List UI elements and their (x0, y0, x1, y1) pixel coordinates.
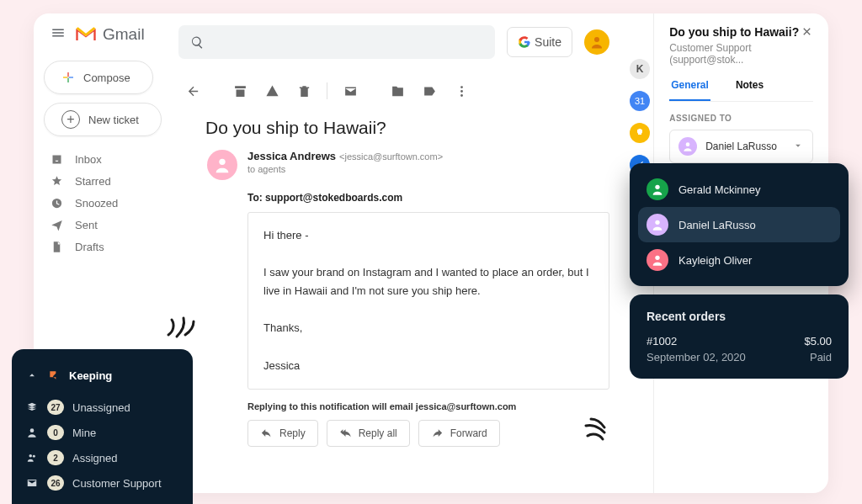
decorative-squiggle (165, 315, 199, 340)
search-input[interactable] (178, 25, 495, 59)
recent-orders-card: Recent orders #1002$5.00 September 02, 2… (630, 294, 849, 379)
assignee-dropdown-popup: Gerald Mckinney Daniel LaRusso Kayleigh … (630, 163, 849, 286)
assignee-option-selected[interactable]: Daniel LaRusso (638, 207, 840, 242)
nav-snoozed[interactable]: Snoozed (44, 192, 162, 214)
app-name: Gmail (103, 25, 145, 44)
reply-note: Replying to this notification will email… (247, 401, 609, 411)
panel-title: Do you ship to Hawaii? (669, 25, 799, 39)
calendar-chip-icon[interactable]: 31 (630, 91, 650, 111)
decorative-squiggle (583, 417, 616, 443)
archive-icon[interactable] (226, 77, 254, 105)
chevron-up-icon (25, 369, 39, 382)
unread-icon[interactable] (336, 77, 364, 105)
orders-title: Recent orders (646, 310, 832, 323)
assigned-to-header: ASSIGNED TO (669, 114, 813, 123)
close-icon[interactable] (801, 25, 813, 40)
svg-point-1 (460, 86, 463, 88)
nav-drafts[interactable]: Drafts (44, 236, 162, 257)
people-icon (25, 451, 39, 464)
email-body: Hi there - I saw your brand on Instagram… (247, 212, 609, 390)
svg-point-9 (30, 428, 35, 432)
delete-icon[interactable] (290, 77, 318, 105)
recipients-line: to agents (247, 164, 443, 174)
nav-sent[interactable]: Sent (44, 214, 162, 236)
keeping-sidebar-card: Keeping 27Unassigned 0Mine 2Assigned 26C… (12, 349, 193, 504)
to-line: To: support@stokedboards.com (247, 192, 609, 204)
tab-general[interactable]: General (669, 79, 710, 101)
keeping-assigned[interactable]: 2Assigned (25, 445, 179, 470)
gmail-logo: Gmail (74, 25, 145, 44)
keeping-toggle[interactable]: Keeping (25, 363, 179, 388)
nav-inbox[interactable]: Inbox (44, 148, 162, 170)
new-ticket-button[interactable]: + New ticket (44, 103, 162, 136)
order-amount: $5.00 (804, 335, 832, 347)
plus-icon: + (61, 110, 80, 129)
more-icon[interactable] (447, 77, 476, 105)
assignee-avatar (678, 137, 697, 156)
keeping-customer-support[interactable]: 26Customer Support (25, 470, 179, 496)
chevron-down-icon (792, 140, 804, 154)
svg-point-10 (29, 454, 33, 458)
new-ticket-label: New ticket (88, 114, 139, 126)
stack-icon (25, 401, 39, 414)
nav-starred[interactable]: Starred (44, 170, 162, 192)
keeping-logo-icon (47, 369, 61, 382)
order-status: Paid (810, 351, 832, 363)
assignee-option[interactable]: Kayleigh Oliver (638, 242, 840, 278)
svg-point-7 (655, 220, 659, 225)
hamburger-icon[interactable] (51, 25, 66, 44)
compose-label: Compose (83, 72, 130, 84)
svg-point-3 (460, 94, 463, 97)
spam-icon[interactable] (258, 77, 286, 105)
keeping-chip-icon[interactable]: K (630, 59, 650, 79)
sender-avatar (207, 150, 237, 180)
label-icon[interactable] (415, 77, 444, 105)
keeping-unassigned[interactable]: 27Unassigned (25, 395, 179, 420)
account-avatar[interactable] (584, 29, 609, 55)
order-date: September 02, 2020 (646, 351, 746, 363)
svg-point-8 (655, 256, 659, 260)
svg-point-2 (460, 90, 463, 93)
email-subject: Do you ship to Hawaii? (205, 118, 609, 138)
person-icon (25, 426, 39, 439)
gsuite-label: Suite (535, 35, 561, 49)
panel-subtitle: Customer Support (support@stok... (669, 42, 813, 66)
gsuite-button[interactable]: Suite (507, 27, 572, 57)
back-icon[interactable] (178, 77, 207, 105)
keeping-mine[interactable]: 0Mine (25, 420, 179, 445)
svg-point-11 (33, 455, 35, 458)
keep-chip-icon[interactable] (630, 123, 650, 143)
compose-button[interactable]: Compose (44, 61, 153, 94)
move-icon[interactable] (383, 77, 412, 105)
order-id: #1002 (646, 335, 677, 347)
tab-notes[interactable]: Notes (734, 79, 765, 101)
svg-point-4 (219, 159, 225, 165)
message-toolbar (178, 76, 609, 106)
sender-name: Jessica Andrews (247, 150, 336, 162)
assignee-name: Daniel LaRusso (705, 141, 777, 152)
reply-button[interactable]: Reply (247, 420, 318, 447)
envelope-icon (25, 476, 39, 490)
sender-address: <jessica@surftown.com> (339, 151, 443, 162)
assignee-select[interactable]: Daniel LaRusso (669, 130, 813, 163)
svg-point-6 (655, 185, 659, 189)
svg-point-0 (594, 37, 599, 42)
forward-button[interactable]: Forward (418, 420, 500, 447)
reply-all-button[interactable]: Reply all (327, 420, 410, 447)
svg-point-5 (686, 142, 690, 146)
assignee-option[interactable]: Gerald Mckinney (638, 172, 840, 207)
